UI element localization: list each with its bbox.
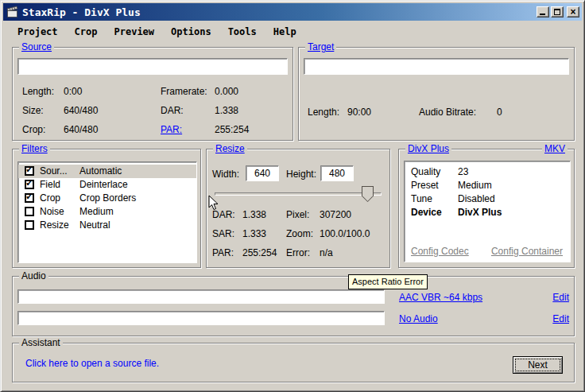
menu-preview[interactable]: Preview [107, 25, 161, 39]
resize-dar-value: 1.338 [242, 209, 266, 220]
source-framerate-value: 0.000 [215, 86, 238, 97]
device-value: DivX Plus [458, 207, 502, 218]
filters-list[interactable]: ✓ Sour... Automatic ✓ Field Deinterlace … [17, 161, 197, 263]
filters-group: Filters ✓ Sour... Automatic ✓ Field Dein… [12, 149, 201, 268]
target-bitrate-value: 0 [497, 107, 502, 118]
resize-zoom-label: Zoom: [286, 228, 313, 239]
menu-project[interactable]: Project [11, 25, 64, 39]
quality-value: 23 [458, 166, 468, 177]
assistant-group: Assistant Click here to open a source fi… [12, 343, 575, 382]
resize-par-value: 255:254 [242, 247, 277, 258]
filter-row-crop[interactable]: ✓ Crop Crop Borders [18, 192, 196, 205]
title-bar[interactable]: StaxRip - DivX Plus × [3, 3, 582, 21]
audio-track2-profile-link[interactable]: No Audio [399, 313, 438, 324]
source-par-value: 255:254 [215, 124, 249, 135]
resize-pixel-label: Pixel: [286, 209, 309, 220]
audio-track2-input[interactable] [17, 311, 385, 325]
source-dar-label: DAR: [161, 105, 184, 116]
checkbox-checked-icon[interactable]: ✓ [25, 193, 34, 203]
menu-crop[interactable]: Crop [68, 25, 104, 39]
height-input[interactable] [320, 165, 354, 181]
checkbox-checked-icon[interactable]: ✓ [25, 180, 34, 189]
audio-track2-edit-link[interactable]: Edit [552, 313, 569, 324]
minimize-icon [540, 14, 545, 15]
height-label: Height: [286, 169, 316, 180]
target-group-link[interactable]: Target [305, 41, 336, 52]
target-length-label: Length: [308, 107, 339, 118]
resize-group: Resize Width: Height: DAR: 1.338 Pixel: … [206, 149, 390, 268]
assistant-group-label: Assistant [19, 337, 63, 348]
resize-slider-track[interactable] [215, 192, 382, 196]
config-container-link[interactable]: Config Container [491, 246, 563, 257]
resize-dar-label: DAR: [212, 209, 235, 220]
tune-value: Disabled [458, 193, 495, 204]
source-size-label: Size: [22, 105, 44, 116]
maximize-button[interactable] [551, 6, 564, 17]
menu-help[interactable]: Help [267, 25, 303, 39]
next-button[interactable]: Next [513, 356, 563, 374]
resize-slider-thumb[interactable] [362, 186, 374, 202]
source-par-link[interactable]: PAR: [161, 124, 182, 135]
menu-options[interactable]: Options [165, 25, 218, 39]
divx-group: DivX Plus MKV Quality 23 Preset Medium T… [398, 149, 575, 268]
target-group: Target Length: 90:00 Audio Bitrate: 0 [298, 47, 575, 141]
quality-label: Quality [411, 166, 440, 177]
close-button[interactable]: × [567, 6, 579, 17]
width-label: Width: [212, 169, 239, 180]
checkbox-unchecked-icon[interactable] [25, 207, 34, 216]
source-framerate-label: Framerate: [161, 86, 207, 97]
maximize-icon [554, 9, 560, 15]
resize-pixel-value: 307200 [320, 209, 351, 220]
source-group: Source Length: 0:00 Framerate: 0.000 Siz… [12, 47, 293, 141]
target-file-input[interactable] [304, 58, 569, 75]
minimize-button[interactable] [537, 6, 549, 17]
source-size-value: 640/480 [64, 105, 98, 116]
source-group-link[interactable]: Source [19, 41, 54, 52]
device-label: Device [411, 207, 442, 218]
app-window: StaxRip - DivX Plus × Project Crop Previ… [0, 0, 585, 392]
divx-group-link[interactable]: DivX Plus [405, 143, 451, 154]
resize-sar-label: SAR: [212, 228, 234, 239]
menu-bar: Project Crop Preview Options Tools Help [3, 22, 582, 41]
filters-group-link[interactable]: Filters [19, 143, 50, 154]
preset-label: Preset [411, 180, 439, 191]
source-length-value: 0:00 [64, 86, 82, 97]
aspect-ratio-error-tooltip: Aspect Ratio Error [348, 274, 428, 289]
resize-sar-value: 1.333 [242, 228, 266, 239]
tune-label: Tune [411, 193, 432, 204]
resize-group-link[interactable]: Resize [213, 143, 247, 154]
preset-value: Medium [458, 180, 492, 191]
window-title: StaxRip - DivX Plus [22, 6, 141, 18]
filter-row-source[interactable]: ✓ Sour... Automatic [18, 165, 196, 178]
source-file-input[interactable] [17, 58, 288, 75]
filter-row-resize[interactable]: Resize Neutral [18, 219, 196, 232]
source-crop-value: 640/480 [64, 124, 98, 135]
target-length-value: 90:00 [347, 107, 371, 118]
container-format-link[interactable]: MKV [542, 143, 568, 154]
divx-settings-panel: Quality 23 Preset Medium Tune Disabled D… [404, 161, 571, 262]
width-input[interactable] [246, 165, 279, 181]
window-controls: × [537, 6, 580, 17]
source-dar-value: 1.338 [215, 105, 238, 116]
filter-row-noise[interactable]: Noise Medium [18, 205, 196, 219]
resize-error-value: n/a [320, 247, 333, 258]
source-length-label: Length: [22, 86, 54, 97]
audio-group: Audio AAC VBR ~64 kbps Edit No Audio Edi… [12, 276, 575, 336]
menu-tools[interactable]: Tools [222, 25, 263, 39]
target-bitrate-label: Audio Bitrate: [419, 107, 476, 118]
assistant-message-link[interactable]: Click here to open a source file. [25, 358, 159, 369]
audio-track1-edit-link[interactable]: Edit [552, 292, 569, 303]
audio-group-label: Audio [19, 270, 48, 281]
resize-zoom-value: 100.0/100.0 [320, 228, 370, 239]
audio-track1-input[interactable] [17, 289, 385, 304]
source-crop-label: Crop: [22, 124, 45, 135]
resize-par-label: PAR: [212, 247, 234, 258]
config-codec-link[interactable]: Config Codec [411, 246, 469, 257]
resize-error-label: Error: [286, 247, 310, 258]
app-icon [6, 6, 19, 18]
close-icon: × [568, 6, 579, 17]
filter-row-field[interactable]: ✓ Field Deinterlace [18, 178, 196, 192]
audio-track1-profile-link[interactable]: AAC VBR ~64 kbps [399, 292, 482, 303]
checkbox-checked-icon[interactable]: ✓ [25, 166, 34, 176]
checkbox-unchecked-icon[interactable] [25, 220, 34, 230]
